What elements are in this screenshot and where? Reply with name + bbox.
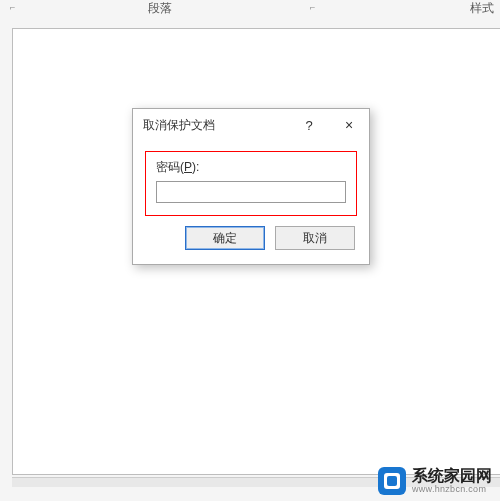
cancel-button[interactable]: 取消 — [275, 226, 355, 250]
password-input[interactable] — [156, 181, 346, 203]
ribbon-group-paragraph: 段落 — [148, 0, 172, 17]
dialog-title: 取消保护文档 — [143, 117, 215, 134]
unprotect-document-dialog: 取消保护文档 ? × 密码(P): 确定 取消 — [132, 108, 370, 265]
password-section-highlight: 密码(P): — [145, 151, 357, 216]
watermark-logo-icon — [378, 467, 406, 495]
titlebar-controls: ? × — [289, 109, 369, 141]
dialog-titlebar[interactable]: 取消保护文档 ? × — [133, 109, 369, 141]
site-watermark: 系统家园网 www.hnzbcn.com — [378, 467, 492, 495]
dialog-body: 密码(P): 确定 取消 — [133, 141, 369, 264]
watermark-text: 系统家园网 www.hnzbcn.com — [412, 467, 492, 494]
dialog-button-row: 确定 取消 — [145, 226, 357, 252]
close-button[interactable]: × — [329, 109, 369, 141]
ribbon-bar: ⌐ 段落 ⌐ 样式 — [0, 0, 500, 18]
dialog-launcher-icon[interactable]: ⌐ — [10, 2, 20, 12]
ribbon-group-styles: 样式 — [470, 0, 494, 17]
password-label: 密码(P): — [156, 159, 346, 176]
watermark-url: www.hnzbcn.com — [412, 485, 492, 495]
watermark-title: 系统家园网 — [412, 467, 492, 485]
ok-button[interactable]: 确定 — [185, 226, 265, 250]
help-button[interactable]: ? — [289, 109, 329, 141]
dialog-launcher-icon[interactable]: ⌐ — [310, 2, 320, 12]
